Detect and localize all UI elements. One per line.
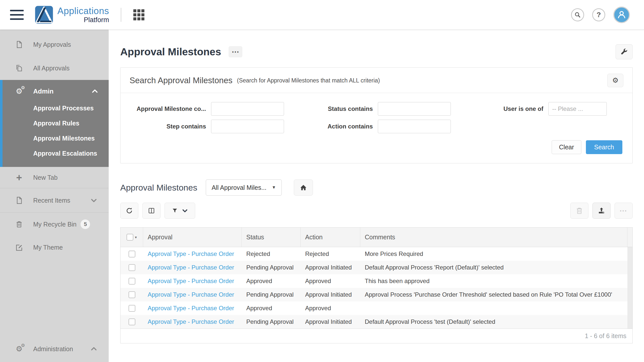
hamburger-menu-icon[interactable]: [10, 10, 24, 20]
action-contains-input[interactable]: [378, 120, 451, 133]
sidebar-item-administration[interactable]: ⚙⚙ Administration: [0, 338, 109, 359]
view-selector[interactable]: All Approval Miles... ▼: [206, 179, 282, 196]
more-actions-button[interactable]: ⋯: [615, 203, 633, 219]
table-row: Approval Type - Purchase Order Approved …: [120, 301, 632, 315]
action-cell: Approved: [301, 301, 360, 315]
status-cell: Pending Approval: [242, 288, 301, 301]
main-content: Approval Milestones ⋯ Search Approval Mi…: [109, 30, 644, 362]
app-logo[interactable]: Applications Platform: [35, 6, 109, 24]
approval-link[interactable]: Approval Type - Purchase Order: [148, 264, 234, 271]
person-icon: [616, 10, 627, 20]
search-button[interactable]: Search: [586, 140, 622, 154]
user-avatar[interactable]: [613, 7, 630, 23]
sidebar-item-new-tab[interactable]: + New Tab: [0, 167, 109, 188]
row-checkbox[interactable]: [129, 305, 135, 312]
sidebar-item-approval-milestones[interactable]: Approval Milestones: [3, 131, 109, 146]
ellipsis-icon: ⋯: [232, 48, 239, 56]
approval-link[interactable]: Approval Type - Purchase Order: [148, 250, 234, 257]
chevron-down-icon: [90, 197, 98, 204]
help-icon[interactable]: ?: [592, 8, 605, 21]
table-row: Approval Type - Purchase Order Rejected …: [120, 247, 632, 261]
title-more-button[interactable]: ⋯: [229, 46, 242, 57]
sidebar-item-label: Administration: [33, 345, 73, 353]
table-row: Approval Type - Purchase Order Pending A…: [120, 315, 632, 329]
home-icon: [299, 184, 307, 192]
chevron-up-icon: [91, 87, 99, 95]
column-header-approval[interactable]: Approval: [143, 228, 242, 247]
sidebar-item-my-theme[interactable]: My Theme: [0, 236, 109, 259]
sidebar-item-label: My Approvals: [33, 41, 71, 48]
sidebar-item-label: Approval Rules: [33, 120, 79, 127]
document-icon: [14, 196, 24, 205]
top-header: Applications Platform ?: [0, 0, 644, 30]
action-cell: Approved: [301, 274, 360, 288]
copy-icon: [14, 64, 24, 72]
milestone-contains-label: Approval Milestone co...: [131, 105, 206, 112]
help-glyph: ?: [596, 11, 601, 19]
wrench-settings-button[interactable]: [616, 44, 633, 59]
refresh-button[interactable]: [120, 203, 138, 219]
delete-button[interactable]: [570, 203, 588, 219]
scrollbar-track[interactable]: [627, 261, 632, 274]
sidebar-item-my-recycle-bin[interactable]: My Recycle Bin 5: [0, 213, 109, 236]
upload-button[interactable]: [592, 203, 611, 219]
sidebar-item-all-approvals[interactable]: All Approvals: [0, 56, 109, 80]
approval-link[interactable]: Approval Type - Purchase Order: [148, 278, 234, 285]
approval-link[interactable]: Approval Type - Purchase Order: [148, 305, 234, 312]
approval-milestones-table: ▾ Approval Status Action Comments Approv…: [120, 227, 633, 343]
sidebar-item-recent-items[interactable]: Recent Items: [0, 188, 109, 212]
row-checkbox[interactable]: [129, 264, 135, 271]
row-checkbox[interactable]: [129, 291, 135, 298]
column-header-action[interactable]: Action: [301, 228, 360, 247]
sidebar-item-approval-rules[interactable]: Approval Rules: [3, 116, 109, 131]
scrollbar-track[interactable]: [627, 247, 632, 261]
app-logo-icon: [35, 6, 53, 24]
approval-link[interactable]: Approval Type - Purchase Order: [148, 318, 234, 325]
milestone-contains-input[interactable]: [211, 102, 284, 116]
gear-icon: ⚙: [612, 77, 618, 84]
approval-link[interactable]: Approval Type - Purchase Order: [148, 291, 234, 298]
trash-icon: [14, 220, 24, 228]
columns-button[interactable]: [142, 203, 160, 219]
columns-icon: [148, 207, 155, 214]
row-checkbox[interactable]: [129, 251, 135, 257]
sidebar-item-approval-processes[interactable]: Approval Processes: [3, 101, 109, 116]
action-cell: Approval Initiated: [301, 261, 360, 274]
status-cell: Approved: [242, 301, 301, 315]
search-settings-button[interactable]: ⚙: [607, 74, 623, 87]
select-all-checkbox[interactable]: [127, 234, 133, 241]
caret-down-icon[interactable]: ▾: [135, 235, 137, 240]
sidebar-item-label: Approval Milestones: [33, 135, 95, 142]
clear-button[interactable]: Clear: [552, 140, 581, 154]
pagination-summary: 1 - 6 of 6 items: [585, 332, 626, 340]
ellipsis-icon: ⋯: [620, 209, 628, 212]
status-cell: Approved: [242, 274, 301, 288]
user-is-one-of-input[interactable]: [548, 102, 607, 116]
column-header-status[interactable]: Status: [242, 228, 301, 247]
action-cell: Approval Initiated: [301, 288, 360, 301]
sidebar-item-approval-escalations[interactable]: Approval Escalations: [3, 146, 109, 161]
grid-section-title: Approval Milestones: [120, 183, 197, 193]
scrollbar-track[interactable]: [627, 288, 632, 301]
table-row: Approval Type - Purchase Order Pending A…: [120, 288, 632, 301]
home-view-button[interactable]: [294, 179, 313, 196]
scrollbar-track[interactable]: [627, 301, 632, 315]
sidebar-item-admin[interactable]: ⚙⚙ Admin: [3, 82, 109, 101]
logo-text-line1: Applications: [57, 6, 109, 16]
row-checkbox[interactable]: [129, 278, 135, 285]
status-cell: Rejected: [242, 247, 301, 261]
step-contains-input[interactable]: [211, 120, 284, 133]
search-icon[interactable]: [571, 8, 584, 21]
sidebar-item-label: Admin: [33, 87, 54, 95]
column-header-comments[interactable]: Comments: [360, 228, 627, 247]
apps-grid-icon[interactable]: [133, 9, 144, 20]
scrollbar-track[interactable]: [627, 274, 632, 288]
action-contains-label: Action contains: [311, 123, 373, 130]
status-contains-input[interactable]: [378, 102, 451, 116]
row-checkbox[interactable]: [129, 319, 135, 325]
view-selector-value: All Approval Miles...: [212, 184, 269, 191]
sidebar-item-my-approvals[interactable]: My Approvals: [0, 33, 109, 56]
status-cell: Pending Approval: [242, 261, 301, 274]
scrollbar-track[interactable]: [627, 315, 632, 329]
filter-button[interactable]: [165, 203, 195, 219]
